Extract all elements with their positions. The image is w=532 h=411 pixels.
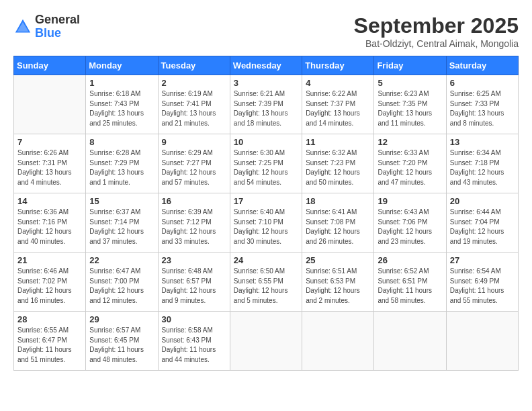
title-block: September 2025 Bat-Oldziyt, Central Aima…: [354, 13, 519, 49]
calendar-cell: 18Sunrise: 6:41 AM Sunset: 7:08 PM Dayli…: [302, 193, 374, 253]
calendar-table: SundayMondayTuesdayWednesdayThursdayFrid…: [13, 56, 519, 371]
weekday-header: Saturday: [446, 56, 518, 75]
day-info: Sunrise: 6:18 AM Sunset: 7:43 PM Dayligh…: [89, 89, 154, 128]
day-number: 29: [89, 314, 154, 324]
weekday-header: Thursday: [302, 56, 374, 75]
day-number: 1: [89, 78, 154, 88]
day-info: Sunrise: 6:44 AM Sunset: 7:04 PM Dayligh…: [450, 208, 515, 246]
calendar-cell: 5Sunrise: 6:23 AM Sunset: 7:35 PM Daylig…: [374, 75, 446, 134]
calendar-cell: 19Sunrise: 6:43 AM Sunset: 7:06 PM Dayli…: [374, 193, 446, 253]
day-number: 6: [450, 78, 515, 88]
calendar-cell: [230, 312, 302, 371]
day-info: Sunrise: 6:19 AM Sunset: 7:41 PM Dayligh…: [162, 89, 226, 128]
calendar-cell: [446, 312, 518, 371]
day-info: Sunrise: 6:32 AM Sunset: 7:23 PM Dayligh…: [306, 148, 370, 187]
calendar-week-row: 21Sunrise: 6:46 AM Sunset: 7:02 PM Dayli…: [14, 253, 519, 312]
day-info: Sunrise: 6:52 AM Sunset: 6:51 PM Dayligh…: [378, 267, 442, 306]
calendar-cell: 23Sunrise: 6:48 AM Sunset: 6:57 PM Dayli…: [158, 253, 230, 312]
day-info: Sunrise: 6:21 AM Sunset: 7:39 PM Dayligh…: [234, 89, 298, 128]
calendar-cell: 8Sunrise: 6:28 AM Sunset: 7:29 PM Daylig…: [86, 134, 158, 193]
logo-text: General Blue: [35, 13, 80, 40]
calendar-cell: [374, 312, 446, 371]
day-info: Sunrise: 6:48 AM Sunset: 6:57 PM Dayligh…: [162, 267, 226, 306]
calendar-week-row: 14Sunrise: 6:36 AM Sunset: 7:16 PM Dayli…: [14, 193, 519, 253]
day-info: Sunrise: 6:46 AM Sunset: 7:02 PM Dayligh…: [17, 267, 82, 306]
calendar-cell: 2Sunrise: 6:19 AM Sunset: 7:41 PM Daylig…: [158, 75, 230, 134]
calendar-cell: 9Sunrise: 6:29 AM Sunset: 7:27 PM Daylig…: [158, 134, 230, 193]
day-info: Sunrise: 6:47 AM Sunset: 7:00 PM Dayligh…: [89, 267, 154, 306]
calendar-cell: 10Sunrise: 6:30 AM Sunset: 7:25 PM Dayli…: [230, 134, 302, 193]
day-info: Sunrise: 6:39 AM Sunset: 7:12 PM Dayligh…: [162, 208, 226, 246]
day-info: Sunrise: 6:30 AM Sunset: 7:25 PM Dayligh…: [234, 148, 298, 187]
calendar-cell: 27Sunrise: 6:54 AM Sunset: 6:49 PM Dayli…: [446, 253, 518, 312]
day-number: 15: [89, 196, 154, 206]
logo: General Blue: [13, 13, 80, 40]
day-number: 24: [234, 255, 298, 265]
weekday-header: Monday: [86, 56, 158, 75]
calendar-cell: 14Sunrise: 6:36 AM Sunset: 7:16 PM Dayli…: [14, 193, 86, 253]
calendar-cell: [14, 75, 86, 134]
day-info: Sunrise: 6:25 AM Sunset: 7:33 PM Dayligh…: [450, 89, 515, 128]
day-info: Sunrise: 6:37 AM Sunset: 7:14 PM Dayligh…: [89, 208, 154, 246]
day-number: 10: [234, 137, 298, 147]
day-info: Sunrise: 6:22 AM Sunset: 7:37 PM Dayligh…: [306, 89, 370, 128]
calendar-cell: 17Sunrise: 6:40 AM Sunset: 7:10 PM Dayli…: [230, 193, 302, 253]
day-info: Sunrise: 6:54 AM Sunset: 6:49 PM Dayligh…: [450, 267, 515, 306]
day-number: 3: [234, 78, 298, 88]
day-number: 9: [162, 137, 226, 147]
calendar-cell: 29Sunrise: 6:57 AM Sunset: 6:45 PM Dayli…: [86, 312, 158, 371]
day-number: 23: [162, 255, 226, 265]
day-number: 19: [378, 196, 442, 206]
day-info: Sunrise: 6:34 AM Sunset: 7:18 PM Dayligh…: [450, 148, 515, 187]
weekday-header: Tuesday: [158, 56, 230, 75]
day-info: Sunrise: 6:41 AM Sunset: 7:08 PM Dayligh…: [306, 208, 370, 246]
day-number: 30: [162, 314, 226, 324]
day-number: 27: [450, 255, 515, 265]
day-number: 7: [17, 137, 82, 147]
calendar-cell: 16Sunrise: 6:39 AM Sunset: 7:12 PM Dayli…: [158, 193, 230, 253]
day-number: 14: [17, 196, 82, 206]
day-info: Sunrise: 6:29 AM Sunset: 7:27 PM Dayligh…: [162, 148, 226, 187]
day-info: Sunrise: 6:40 AM Sunset: 7:10 PM Dayligh…: [234, 208, 298, 246]
day-number: 5: [378, 78, 442, 88]
calendar-week-row: 1Sunrise: 6:18 AM Sunset: 7:43 PM Daylig…: [14, 75, 519, 134]
day-number: 22: [89, 255, 154, 265]
calendar-week-row: 28Sunrise: 6:55 AM Sunset: 6:47 PM Dayli…: [14, 312, 519, 371]
location-subtitle: Bat-Oldziyt, Central Aimak, Mongolia: [354, 38, 519, 49]
day-info: Sunrise: 6:23 AM Sunset: 7:35 PM Dayligh…: [378, 89, 442, 128]
day-info: Sunrise: 6:33 AM Sunset: 7:20 PM Dayligh…: [378, 148, 442, 187]
day-info: Sunrise: 6:55 AM Sunset: 6:47 PM Dayligh…: [17, 326, 82, 365]
weekday-header: Sunday: [14, 56, 86, 75]
calendar-cell: 24Sunrise: 6:50 AM Sunset: 6:55 PM Dayli…: [230, 253, 302, 312]
day-number: 2: [162, 78, 226, 88]
weekday-header: Wednesday: [230, 56, 302, 75]
day-info: Sunrise: 6:57 AM Sunset: 6:45 PM Dayligh…: [89, 326, 154, 365]
day-info: Sunrise: 6:58 AM Sunset: 6:43 PM Dayligh…: [162, 326, 226, 365]
day-number: 16: [162, 196, 226, 206]
calendar-cell: 30Sunrise: 6:58 AM Sunset: 6:43 PM Dayli…: [158, 312, 230, 371]
day-number: 28: [17, 314, 82, 324]
day-number: 18: [306, 196, 370, 206]
day-number: 26: [378, 255, 442, 265]
day-info: Sunrise: 6:51 AM Sunset: 6:53 PM Dayligh…: [306, 267, 370, 306]
calendar-cell: 26Sunrise: 6:52 AM Sunset: 6:51 PM Dayli…: [374, 253, 446, 312]
calendar-cell: 21Sunrise: 6:46 AM Sunset: 7:02 PM Dayli…: [14, 253, 86, 312]
day-info: Sunrise: 6:26 AM Sunset: 7:31 PM Dayligh…: [17, 148, 82, 187]
calendar-cell: 11Sunrise: 6:32 AM Sunset: 7:23 PM Dayli…: [302, 134, 374, 193]
weekday-header: Friday: [374, 56, 446, 75]
calendar-cell: 25Sunrise: 6:51 AM Sunset: 6:53 PM Dayli…: [302, 253, 374, 312]
day-info: Sunrise: 6:28 AM Sunset: 7:29 PM Dayligh…: [89, 148, 154, 187]
calendar-cell: 12Sunrise: 6:33 AM Sunset: 7:20 PM Dayli…: [374, 134, 446, 193]
page-header: General Blue September 2025 Bat-Oldziyt,…: [13, 13, 519, 49]
calendar-cell: 20Sunrise: 6:44 AM Sunset: 7:04 PM Dayli…: [446, 193, 518, 253]
calendar-cell: 28Sunrise: 6:55 AM Sunset: 6:47 PM Dayli…: [14, 312, 86, 371]
calendar-cell: 7Sunrise: 6:26 AM Sunset: 7:31 PM Daylig…: [14, 134, 86, 193]
day-info: Sunrise: 6:36 AM Sunset: 7:16 PM Dayligh…: [17, 208, 82, 246]
weekday-header-row: SundayMondayTuesdayWednesdayThursdayFrid…: [14, 56, 519, 75]
day-number: 25: [306, 255, 370, 265]
calendar-cell: 3Sunrise: 6:21 AM Sunset: 7:39 PM Daylig…: [230, 75, 302, 134]
day-info: Sunrise: 6:50 AM Sunset: 6:55 PM Dayligh…: [234, 267, 298, 306]
day-number: 12: [378, 137, 442, 147]
day-number: 17: [234, 196, 298, 206]
calendar-cell: 1Sunrise: 6:18 AM Sunset: 7:43 PM Daylig…: [86, 75, 158, 134]
